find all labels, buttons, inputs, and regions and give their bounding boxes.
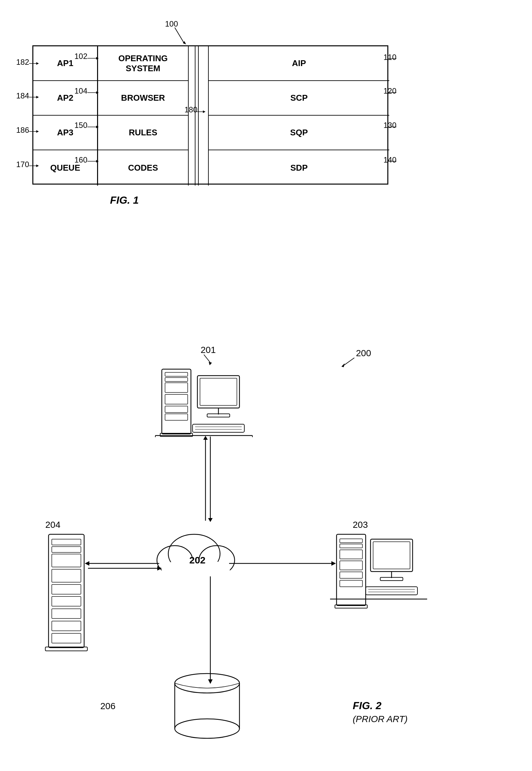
- svg-marker-19: [96, 160, 99, 162]
- svg-rect-64: [52, 597, 81, 606]
- ref-160-arrow: [87, 159, 99, 163]
- sdp-cell: SDP: [208, 150, 389, 185]
- middle-software-column: OPERATINGSYSTEM BROWSER RULES CODES: [98, 46, 189, 185]
- queue-cell: QUEUE: [33, 150, 97, 185]
- aip-cell: AIP: [208, 46, 389, 81]
- ref-110-line: [388, 56, 400, 61]
- svg-text:FIG. 2: FIG. 2: [353, 700, 382, 711]
- svg-marker-102: [208, 679, 213, 684]
- ref-150-arrow: [87, 124, 99, 129]
- svg-rect-82: [366, 587, 417, 595]
- svg-rect-72: [340, 544, 362, 548]
- svg-marker-7: [36, 96, 39, 98]
- svg-rect-38: [165, 414, 188, 420]
- ref-182: 182: [16, 58, 29, 67]
- svg-marker-94: [203, 436, 208, 440]
- fig1-caption: FIG. 1: [110, 194, 139, 206]
- svg-marker-13: [96, 57, 99, 60]
- svg-rect-59: [52, 539, 81, 545]
- ref-186-arrow: [29, 129, 39, 134]
- svg-rect-65: [52, 609, 81, 619]
- fig2-diagram: 200 201: [13, 340, 518, 754]
- ap2-cell: AP2: [33, 81, 97, 116]
- os-cell: OPERATINGSYSTEM: [98, 46, 188, 81]
- svg-line-27: [343, 358, 354, 366]
- svg-text:202: 202: [189, 555, 205, 565]
- svg-marker-5: [36, 62, 39, 65]
- svg-text:206: 206: [100, 701, 116, 711]
- svg-rect-61: [52, 554, 81, 567]
- svg-rect-63: [52, 585, 81, 594]
- bracket-180: [189, 46, 208, 185]
- left-apps-column: AP1 AP2 AP3 QUEUE: [33, 46, 98, 185]
- fig1-diagram: 100 AP1 AP2 AP3 QUEUE OPERATINGSYSTEM BR…: [13, 19, 518, 220]
- ref-100-label: 100: [165, 19, 178, 28]
- svg-rect-71: [340, 539, 362, 543]
- svg-marker-28: [341, 363, 345, 367]
- svg-rect-74: [340, 561, 362, 570]
- ref-100-arrow: [168, 28, 194, 47]
- svg-marker-11: [36, 164, 39, 167]
- svg-rect-35: [165, 383, 188, 393]
- ref-184: 184: [16, 91, 29, 100]
- ref-160: 160: [74, 155, 87, 164]
- svg-text:200: 200: [356, 348, 371, 358]
- scp-cell: SCP: [208, 81, 389, 116]
- svg-rect-76: [340, 580, 362, 587]
- ref-186: 186: [16, 126, 29, 135]
- svg-marker-100: [331, 561, 336, 566]
- svg-rect-66: [52, 621, 81, 631]
- ref-102-arrow: [87, 56, 99, 61]
- fig2-svg: 200 201: [13, 340, 518, 754]
- svg-rect-62: [52, 569, 81, 582]
- svg-text:204: 204: [45, 520, 61, 530]
- svg-rect-34: [165, 377, 188, 381]
- browser-cell: BROWSER: [98, 81, 188, 116]
- ref-184-arrow: [29, 95, 39, 99]
- codes-cell: CODES: [98, 150, 188, 185]
- ref-180-arrow: [196, 109, 205, 114]
- svg-rect-44: [193, 424, 244, 432]
- svg-rect-78: [371, 539, 413, 572]
- svg-rect-75: [340, 572, 362, 578]
- svg-point-90: [175, 719, 239, 738]
- svg-text:(PRIOR ART): (PRIOR ART): [353, 714, 408, 724]
- svg-rect-67: [52, 633, 81, 643]
- svg-rect-37: [165, 406, 188, 413]
- right-services-column: AIP SCP SQP SDP: [208, 46, 389, 185]
- ref-182-arrow: [29, 61, 39, 66]
- svg-marker-15: [96, 91, 99, 94]
- ref-150: 150: [74, 121, 87, 130]
- ap1-cell: AP1: [33, 46, 97, 81]
- ref-102: 102: [74, 52, 87, 61]
- ref-140-line: [388, 159, 400, 163]
- svg-rect-33: [165, 372, 188, 376]
- svg-rect-41: [200, 378, 237, 406]
- svg-line-30: [204, 354, 210, 363]
- svg-marker-17: [96, 126, 99, 128]
- ap3-cell: AP3: [33, 116, 97, 150]
- svg-rect-40: [197, 375, 239, 408]
- svg-rect-36: [165, 395, 188, 404]
- svg-rect-32: [162, 369, 191, 434]
- ref-104: 104: [74, 86, 87, 95]
- ref-130-line: [388, 124, 400, 129]
- svg-rect-79: [373, 542, 410, 569]
- svg-marker-96: [85, 561, 89, 566]
- ref-104-arrow: [87, 90, 99, 95]
- svg-marker-9: [36, 130, 39, 133]
- rules-cell: RULES: [98, 116, 188, 150]
- ref-120-line: [388, 90, 400, 95]
- svg-point-87: [175, 674, 239, 693]
- svg-line-0: [175, 28, 184, 44]
- ref-170: 170: [16, 160, 29, 169]
- svg-rect-60: [52, 547, 81, 553]
- svg-marker-92: [208, 518, 213, 522]
- svg-marker-21: [203, 110, 205, 113]
- svg-marker-31: [209, 362, 212, 365]
- ref-170-arrow: [29, 163, 39, 168]
- sqp-cell: SQP: [208, 116, 389, 150]
- svg-rect-73: [340, 550, 362, 559]
- svg-text:201: 201: [201, 345, 216, 355]
- svg-text:203: 203: [353, 520, 368, 530]
